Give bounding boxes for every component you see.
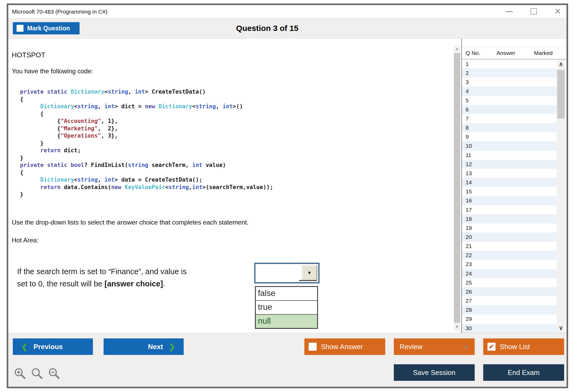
column-header-answer: Answer — [489, 47, 523, 59]
list-scroll-up-icon[interactable]: ∧ — [557, 60, 565, 69]
titlebar: Microsoft 70-483 (Programming in C#) ✕ — [8, 5, 567, 18]
review-button[interactable]: Review ▲ — [394, 338, 475, 355]
dropdown-options: falsetruenull — [255, 286, 318, 329]
question-row[interactable]: 19 — [462, 223, 557, 233]
question-row[interactable]: 6 — [462, 105, 557, 114]
question-number-cell: 8 — [462, 125, 469, 131]
question-list-scrollbar-thumb[interactable] — [557, 70, 565, 119]
magnifier-icon[interactable] — [31, 367, 44, 381]
question-row[interactable]: 28 — [462, 305, 557, 314]
question-row[interactable]: 26 — [462, 287, 557, 296]
question-number-cell: 18 — [462, 216, 472, 222]
answer-statement: If the search term is set to “Finance”, … — [17, 265, 187, 290]
zoom-out-icon[interactable] — [48, 367, 61, 381]
scroll-down-arrow-icon[interactable]: ▼ — [454, 323, 460, 331]
show-list-checkbox[interactable]: ✔ — [487, 343, 496, 351]
column-header-qno: Q No. — [466, 47, 480, 59]
question-row[interactable]: 9 — [462, 132, 557, 141]
question-list-scrollbar[interactable]: ∧ ∨ — [557, 59, 565, 333]
answer-dropdown[interactable]: ▼ — [254, 263, 320, 283]
question-row[interactable]: 20 — [462, 233, 557, 242]
question-number-cell: 15 — [462, 188, 472, 194]
content-scrollbar[interactable]: ▲ ▼ — [454, 45, 460, 331]
header-bar: Mark Question Question 3 of 15 — [8, 18, 567, 39]
chevron-left-icon: ❮ — [21, 342, 27, 351]
question-row[interactable]: 13 — [462, 169, 557, 178]
scroll-up-arrow-icon[interactable]: ▲ — [454, 45, 460, 53]
zoom-in-icon[interactable] — [14, 367, 27, 381]
question-row[interactable]: 4 — [462, 87, 557, 96]
question-row[interactable]: 12 — [462, 160, 557, 169]
question-instruction: Use the drop-down lists to select the an… — [12, 219, 249, 226]
question-row[interactable]: 30 — [462, 324, 557, 333]
dropdown-option-null[interactable]: null — [256, 314, 317, 328]
question-list-panel: Q No. Answer Marked 12345678910111213141… — [461, 39, 567, 333]
question-row[interactable]: 2 — [462, 69, 557, 78]
dropdown-button-shadow — [299, 280, 317, 281]
show-list-button[interactable]: ✔ Show List — [483, 338, 564, 355]
dropdown-option-false[interactable]: false — [256, 287, 317, 300]
question-row[interactable]: 3 — [462, 78, 557, 87]
question-number-cell: 2 — [462, 70, 469, 76]
content-scrollbar-thumb[interactable] — [454, 53, 460, 323]
question-row[interactable]: 23 — [462, 260, 557, 269]
footer-bar: ❮ Previous Next ❯ — [8, 333, 567, 387]
question-row[interactable]: 16 — [462, 196, 557, 205]
question-row[interactable]: 14 — [462, 178, 557, 187]
window-controls: ✕ — [506, 5, 561, 18]
question-row[interactable]: 22 — [462, 251, 557, 260]
zoom-toolbar — [14, 367, 61, 381]
review-label: Review — [400, 343, 422, 351]
question-number-cell: 23 — [462, 261, 472, 267]
question-number-cell: 20 — [462, 234, 472, 240]
question-number-cell: 30 — [462, 325, 472, 331]
question-number-cell: 3 — [462, 79, 469, 85]
question-number-cell: 28 — [462, 307, 472, 313]
chevron-down-icon: ▼ — [307, 270, 312, 276]
statement-line-2: set to 0, the result will be [answer cho… — [17, 278, 187, 290]
dropdown-option-true[interactable]: true — [256, 300, 317, 314]
maximize-icon[interactable] — [530, 8, 537, 15]
exam-window: Microsoft 70-483 (Programming in C#) ✕ M… — [7, 3, 568, 388]
list-scroll-down-icon[interactable]: ∨ — [557, 324, 565, 332]
question-row[interactable]: 21 — [462, 242, 557, 251]
question-row[interactable]: 24 — [462, 269, 557, 278]
question-number-cell: 29 — [462, 316, 472, 322]
show-answer-checkbox[interactable] — [309, 343, 317, 351]
close-icon[interactable]: ✕ — [555, 9, 561, 14]
question-number-cell: 11 — [462, 152, 471, 158]
question-row[interactable]: 25 — [462, 278, 557, 287]
previous-button[interactable]: ❮ Previous — [13, 338, 93, 355]
question-number-cell: 9 — [462, 134, 469, 140]
question-row[interactable]: 7 — [462, 114, 557, 123]
save-session-button[interactable]: Save Session — [394, 364, 475, 381]
question-row[interactable]: 18 — [462, 214, 557, 223]
question-row[interactable]: 10 — [462, 141, 557, 150]
question-row[interactable]: 5 — [462, 96, 557, 105]
question-number-cell: 7 — [462, 115, 469, 122]
question-number-cell: 10 — [462, 143, 472, 149]
question-number-cell: 25 — [462, 279, 472, 286]
previous-label: Previous — [33, 343, 63, 351]
question-list-header: Q No. Answer Marked — [462, 47, 567, 59]
question-number-cell: 4 — [462, 88, 469, 94]
question-intro: You have the following code: — [12, 67, 93, 75]
question-number-cell: 27 — [462, 298, 472, 304]
question-number-cell: 6 — [462, 106, 469, 113]
show-answer-button[interactable]: Show Answer — [304, 338, 385, 355]
question-row[interactable]: 15 — [462, 187, 557, 196]
question-row[interactable]: 11 — [462, 151, 557, 160]
minimize-icon[interactable] — [506, 11, 513, 12]
question-number-cell: 19 — [462, 225, 472, 231]
question-row[interactable]: 27 — [462, 296, 557, 305]
question-row[interactable]: 29 — [462, 314, 557, 323]
window-title: Microsoft 70-483 (Programming in C#) — [12, 5, 107, 18]
dropdown-button[interactable]: ▼ — [302, 265, 317, 281]
column-header-marked: Marked — [526, 47, 561, 59]
question-row[interactable]: 17 — [462, 205, 557, 214]
question-row[interactable]: 8 — [462, 123, 557, 132]
question-area: HOTSPOT You have the following code: pri… — [8, 39, 567, 333]
question-row[interactable]: 1 — [462, 59, 557, 69]
end-exam-button[interactable]: End Exam — [483, 364, 564, 381]
next-button[interactable]: Next ❯ — [104, 338, 184, 355]
